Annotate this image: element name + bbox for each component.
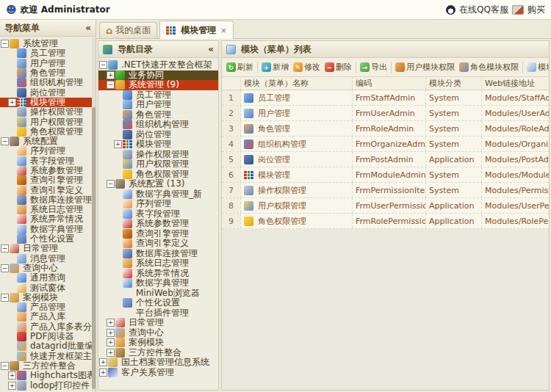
tree-item[interactable]: +模块管理: [98, 139, 218, 150]
buy-link[interactable]: 购买: [527, 4, 545, 16]
tab-my-desktop[interactable]: ⌂我的桌面: [99, 22, 157, 38]
tree-item[interactable]: 平台插件管理: [98, 308, 218, 319]
edit-button[interactable]: ✎修改: [291, 61, 323, 73]
refresh-button[interactable]: ↻刷新: [224, 61, 256, 73]
tree-item[interactable]: +国土档案管理信息系统: [98, 357, 218, 368]
grid-column-header[interactable]: [222, 77, 241, 90]
table-row[interactable]: 7操作权限管理FrmPermissionItemASystemModules/P…: [222, 183, 549, 198]
expander-icon[interactable]: −: [107, 81, 115, 89]
table-row[interactable]: 6模块管理FrmModuleAdminSystemModules/ModuleA…: [222, 167, 549, 183]
tree-item[interactable]: 通用查询: [0, 273, 96, 283]
expander-icon[interactable]: −: [1, 137, 9, 145]
tree-item[interactable]: 产品入库: [0, 312, 96, 322]
tree-item[interactable]: 用户管理: [98, 100, 218, 110]
tree-item[interactable]: 数据库连接管理: [0, 195, 96, 205]
tree-item[interactable]: 测试窗体: [0, 283, 96, 292]
tree-item[interactable]: +模块管理: [0, 98, 96, 107]
expander-icon[interactable]: −: [1, 40, 9, 48]
tree-item[interactable]: 数据字典管理: [98, 278, 218, 288]
tree-item[interactable]: 产品管理: [0, 302, 96, 312]
tree-item[interactable]: 数据字典管理: [0, 225, 96, 234]
table-row[interactable]: 1员工管理FrmStaffAdminSystemModules/StaffAdm…: [222, 90, 549, 106]
tree-item[interactable]: 操作权限管理: [0, 107, 96, 117]
tree-item[interactable]: −系统配置: [0, 137, 96, 146]
tree-item[interactable]: −查询中心: [0, 264, 96, 273]
tree-item[interactable]: 组织机构管理: [98, 120, 218, 130]
table-row[interactable]: 2用户管理FrmUserAdminSystemModules/UserAdmin: [222, 106, 549, 121]
tree-item[interactable]: 用户管理: [0, 59, 96, 68]
tree-item[interactable]: 岗位管理: [0, 87, 96, 97]
online-service-link[interactable]: 在线QQ客服: [459, 4, 508, 16]
tree-item[interactable]: −系统配置 (13): [98, 179, 218, 189]
tree-item[interactable]: 系统异常情况: [98, 269, 218, 279]
tree-item[interactable]: 系统参数管理: [98, 219, 218, 229]
expander-icon[interactable]: +: [99, 358, 107, 366]
expander-icon[interactable]: +: [8, 371, 16, 380]
tree-item[interactable]: 员工管理: [0, 48, 96, 58]
tree-item[interactable]: +客户关系管理: [98, 368, 218, 378]
tree-item[interactable]: +案例模块: [98, 338, 218, 348]
tree-item[interactable]: 系统参数管理: [0, 166, 96, 175]
expander-icon[interactable]: +: [8, 98, 16, 106]
tree-item[interactable]: 角色管理: [0, 68, 96, 78]
tree-item[interactable]: +三方控件整合: [98, 348, 218, 358]
close-icon[interactable]: ×: [220, 26, 226, 35]
tree-item[interactable]: 个性化设置: [98, 298, 218, 308]
tree-item[interactable]: 员工管理: [98, 90, 218, 101]
tree-item[interactable]: 查询引擎管理: [98, 229, 218, 239]
expander-icon[interactable]: +: [8, 382, 16, 390]
tree-item[interactable]: 系统日志管理: [98, 258, 218, 269]
table-row[interactable]: 5岗位管理FrmPostAdminApplicationModules/Post…: [222, 152, 549, 167]
tree-item[interactable]: 个性化设置: [0, 234, 96, 244]
collapse-nav-panel-icon[interactable]: «: [208, 44, 214, 54]
tree-item[interactable]: 系统异常情况: [0, 214, 96, 224]
tree-item[interactable]: 用户权限管理: [0, 117, 96, 126]
tree-item[interactable]: −日常管理: [0, 244, 96, 253]
table-row[interactable]: 3角色管理FrmRoleAdminSystemModules/RoleAdmin: [222, 121, 549, 137]
tree-item[interactable]: 组织机构管理: [0, 78, 96, 87]
tree-item[interactable]: −三方控件整合: [0, 361, 96, 371]
tree-item[interactable]: 用户权限管理: [98, 159, 218, 170]
tree-item[interactable]: 快速开发框架主页: [0, 352, 96, 361]
tree-item[interactable]: −.NET快速开发整合框架: [98, 60, 218, 70]
tree-item[interactable]: +业务协同: [98, 70, 218, 81]
tree-item[interactable]: 序列管理: [98, 199, 218, 209]
tree-item[interactable]: −系统管理 (9): [98, 80, 218, 90]
expander-icon[interactable]: +: [107, 329, 115, 337]
expander-icon[interactable]: −: [1, 294, 9, 302]
grid-column-header[interactable]: 模块（菜单）名称: [241, 77, 353, 90]
tree-item[interactable]: 角色权限管理: [98, 170, 218, 180]
left-scrollbar-thumb[interactable]: [92, 107, 96, 389]
tree-item[interactable]: 角色管理: [98, 110, 218, 120]
expander-icon[interactable]: −: [99, 61, 107, 69]
left-scrollbar[interactable]: [92, 37, 96, 392]
tab-module-management[interactable]: 模块管理×: [159, 21, 233, 39]
grid-column-header[interactable]: 编码: [353, 77, 426, 90]
tree-item[interactable]: PDF阅读器: [0, 332, 96, 341]
tree-item[interactable]: −案例模块: [0, 293, 96, 302]
tree-item[interactable]: +lodop打印控件: [0, 380, 96, 390]
tree-item[interactable]: 系统日志管理: [0, 205, 96, 214]
expander-icon[interactable]: −: [1, 244, 9, 253]
add-button[interactable]: +新增: [259, 61, 291, 73]
delete-button[interactable]: −删除: [323, 61, 354, 73]
tree-item[interactable]: 数据库连接管理: [98, 249, 218, 259]
collapse-left-panel-icon[interactable]: «: [85, 23, 91, 33]
tree-item[interactable]: +Highcharts图表: [0, 371, 96, 380]
expander-icon[interactable]: +: [107, 71, 115, 79]
export-button[interactable]: →导出: [358, 61, 389, 73]
tree-item[interactable]: 序列管理: [0, 146, 96, 156]
rolemodperm-button[interactable]: 角色模块权限: [457, 61, 521, 73]
table-row[interactable]: 4组织机构管理FrmOrganizeAdminSystemModules/Org…: [222, 137, 549, 152]
expander-icon[interactable]: +: [99, 369, 107, 377]
tree-item[interactable]: datagrid批量编辑: [0, 341, 96, 351]
table-row[interactable]: 8用户权限管理FrmUserPermissionAApplicationModu…: [222, 198, 549, 214]
usermodperm-button[interactable]: 用户模块权限: [393, 61, 457, 73]
modconfig-button[interactable]: 模块配置: [525, 61, 549, 73]
tree-item[interactable]: 查询引擎管理: [0, 175, 96, 185]
tree-item[interactable]: 查询引擎定义: [0, 185, 96, 195]
expander-icon[interactable]: +: [107, 349, 115, 357]
tree-item[interactable]: MiniWeb浏览器: [98, 288, 218, 299]
table-row[interactable]: 9角色权限管理FrmRolePermissionAApplicationModu…: [222, 214, 549, 229]
tree-item[interactable]: 角色权限管理: [0, 127, 96, 137]
